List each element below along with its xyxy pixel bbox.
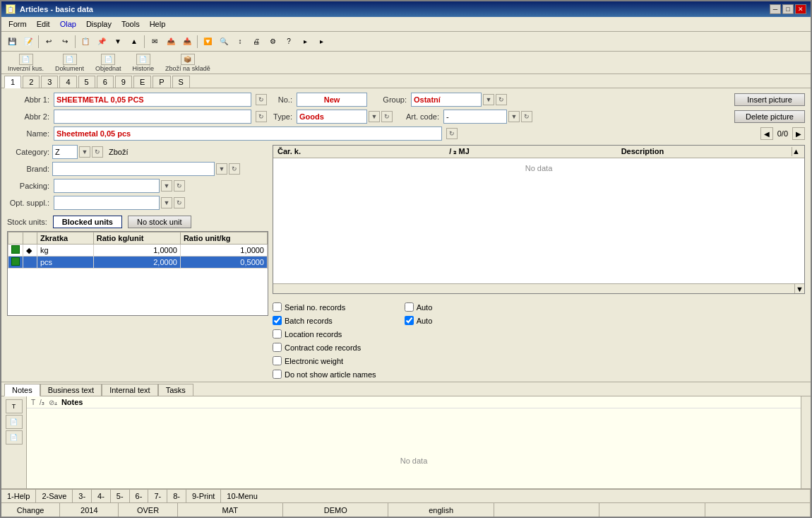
table-row[interactable]: 2,0000 0,5000 <box>8 257 268 269</box>
notes-tab-business[interactable]: Business text <box>40 384 102 396</box>
serial-auto-checkbox[interactable] <box>405 302 414 312</box>
tab-p[interactable]: P <box>153 76 170 88</box>
tab-1[interactable]: 1 <box>4 76 21 88</box>
type-refresh-btn[interactable]: ↻ <box>381 111 393 122</box>
brand-dropdown-btn[interactable]: ▼ <box>216 163 227 175</box>
packing-dropdown-btn[interactable]: ▼ <box>161 180 172 192</box>
menu-tools[interactable]: Tools <box>117 18 144 30</box>
status-6[interactable]: 6- <box>130 490 149 502</box>
opt-suppl-dropdown-btn[interactable]: ▼ <box>161 197 172 208</box>
opt-suppl-input[interactable] <box>54 196 160 210</box>
menu-olap[interactable]: Olap <box>56 18 80 30</box>
inverzni-kus-btn[interactable]: 📄 Inverzní kus. <box>4 52 47 74</box>
type-dropdown-btn[interactable]: ▼ <box>369 111 380 122</box>
packing-input[interactable] <box>54 179 160 193</box>
tab-3[interactable]: 3 <box>41 76 58 88</box>
group-input[interactable] <box>411 93 482 107</box>
tab-e[interactable]: E <box>133 76 151 88</box>
search-btn[interactable]: 🔍 <box>216 34 232 49</box>
art-code-refresh-btn[interactable]: ↻ <box>521 111 532 122</box>
redo-btn[interactable]: ↪ <box>57 34 73 49</box>
minimize-button[interactable]: ─ <box>770 4 781 14</box>
delete-picture-btn[interactable]: Delete picture <box>734 110 805 123</box>
no-input[interactable] <box>297 93 367 107</box>
electronic-weight-checkbox[interactable] <box>273 356 282 365</box>
status-2save[interactable]: 2-Save <box>36 490 73 502</box>
batch-auto-checkbox[interactable] <box>405 316 414 325</box>
extra-btn[interactable]: ▸ <box>314 34 329 49</box>
category-input[interactable] <box>52 145 78 159</box>
menu-help[interactable]: Help <box>145 18 170 30</box>
abbr2-input[interactable] <box>54 110 251 124</box>
tab-6[interactable]: 6 <box>97 76 114 88</box>
no-stock-unit-btn[interactable]: No stock unit <box>128 216 191 228</box>
filter-btn[interactable]: 🔽 <box>200 34 215 49</box>
barcode-scroll-btn-up[interactable]: ▲ <box>792 147 801 156</box>
zbozi-na-sklade-btn[interactable]: 📦 Zboží na skladě <box>162 52 214 74</box>
opt-suppl-refresh-btn[interactable]: ↻ <box>174 197 185 208</box>
copy-btn[interactable]: 📋 <box>78 34 93 49</box>
import-btn[interactable]: 📥 <box>179 34 195 49</box>
email-btn[interactable]: ✉ <box>147 34 162 49</box>
objednat-btn[interactable]: 📄 Objednat <box>92 52 125 74</box>
insert-picture-btn[interactable]: Insert picture <box>734 93 805 106</box>
location-records-checkbox[interactable] <box>273 329 282 339</box>
art-code-input[interactable] <box>443 110 507 124</box>
group-refresh-btn[interactable]: ↻ <box>496 94 507 105</box>
blocked-units-btn[interactable]: Blocked units <box>53 216 122 228</box>
tab-s[interactable]: S <box>172 76 190 88</box>
status-9print[interactable]: 9-Print <box>186 490 221 502</box>
category-dropdown-btn[interactable]: ▼ <box>79 146 90 158</box>
pcs-input[interactable] <box>40 258 68 266</box>
barcode-scroll-btn-down[interactable]: ▼ <box>794 284 804 293</box>
notes-toolbar-btn2[interactable]: 📄 <box>6 415 23 429</box>
status-4[interactable]: 4- <box>92 490 111 502</box>
nav-down-btn[interactable]: ▼ <box>110 34 126 49</box>
packing-refresh-btn[interactable]: ↻ <box>174 180 185 192</box>
status-8[interactable]: 8- <box>167 490 186 502</box>
print-btn[interactable]: 🖨 <box>249 34 264 49</box>
sort-btn[interactable]: ↕ <box>232 34 248 49</box>
paste-btn[interactable]: 📌 <box>94 34 109 49</box>
help-btn[interactable]: ? <box>281 34 297 49</box>
menu-display[interactable]: Display <box>82 18 116 30</box>
export-btn[interactable]: 📤 <box>163 34 179 49</box>
brand-refresh-btn[interactable]: ↻ <box>229 163 240 175</box>
nav-prev-btn[interactable]: ◀ <box>760 127 773 140</box>
group-dropdown-btn[interactable]: ▼ <box>483 94 494 105</box>
historie-btn[interactable]: 📄 Historie <box>129 52 158 74</box>
undo-btn[interactable]: ↩ <box>41 34 56 49</box>
name-refresh-btn[interactable]: ↻ <box>446 128 458 139</box>
abbr1-refresh-btn[interactable]: ↻ <box>256 94 267 105</box>
status-10menu[interactable]: 10-Menu <box>221 490 811 502</box>
table-row[interactable]: ◆ kg 1,0000 1,0000 <box>8 245 268 257</box>
abbr1-input[interactable] <box>54 93 251 107</box>
nav-next-btn[interactable]: ▶ <box>792 127 805 140</box>
batch-records-checkbox[interactable] <box>273 316 282 325</box>
menu-form[interactable]: Form <box>4 18 31 30</box>
close-button[interactable]: ✕ <box>795 4 806 14</box>
notes-toolbar-btn1[interactable]: T <box>6 399 23 413</box>
dokument-btn[interactable]: 📄 Dokument <box>52 52 88 74</box>
status-1help[interactable]: 1-Help <box>1 490 36 502</box>
notes-tab-tasks[interactable]: Tasks <box>158 384 193 396</box>
name-input[interactable] <box>54 126 442 141</box>
status-5[interactable]: 5- <box>111 490 130 502</box>
nav-up-btn[interactable]: ▲ <box>126 34 142 49</box>
tab-4[interactable]: 4 <box>59 76 76 88</box>
art-code-dropdown-btn[interactable]: ▼ <box>508 111 520 122</box>
category-refresh-btn[interactable]: ↻ <box>92 146 103 158</box>
maximize-button[interactable]: □ <box>782 4 794 14</box>
notes-tab-internal[interactable]: Internal text <box>102 384 157 396</box>
tab-9[interactable]: 9 <box>115 76 132 88</box>
more-btn[interactable]: ▸ <box>297 34 313 49</box>
menu-edit[interactable]: Edit <box>32 18 54 30</box>
save-btn[interactable]: 💾 <box>4 34 20 49</box>
notes-tab-notes[interactable]: Notes <box>4 384 40 396</box>
status-3[interactable]: 3- <box>73 490 92 502</box>
serial-no-checkbox[interactable] <box>273 302 282 312</box>
no-article-names-checkbox[interactable] <box>273 370 282 379</box>
new-record-btn[interactable]: 📝 <box>20 34 36 49</box>
tab-5[interactable]: 5 <box>78 76 95 88</box>
notes-scrollbar[interactable] <box>801 396 811 488</box>
